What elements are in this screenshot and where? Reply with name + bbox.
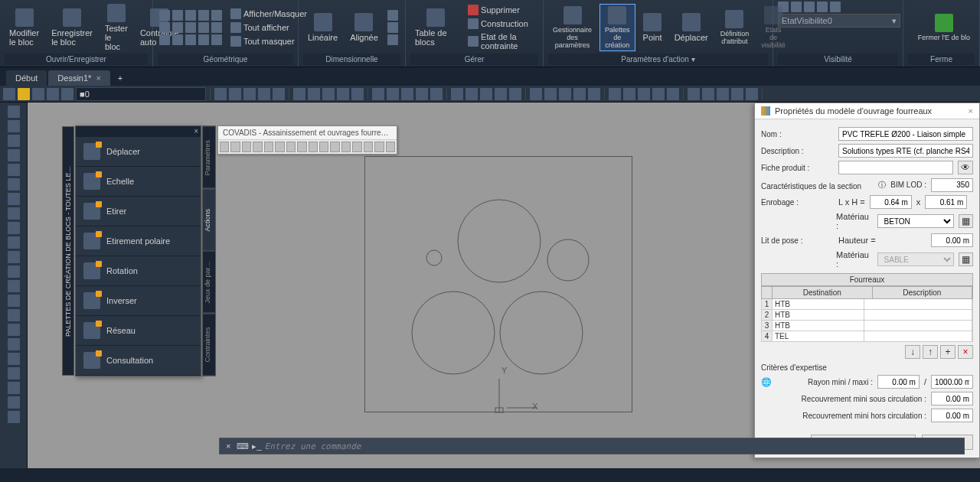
btn-enregistrer-bloc[interactable]: Enregistrer le bloc xyxy=(47,7,97,48)
btn-modifier-bloc[interactable]: Modifier le bloc xyxy=(5,7,44,48)
palette-item[interactable]: Etirer xyxy=(76,197,201,226)
close-icon[interactable]: × xyxy=(969,106,973,116)
draw-tool-icon[interactable] xyxy=(8,251,20,263)
visibility-state-combo[interactable]: EtatVisibilite0▾ xyxy=(778,14,900,28)
btn-tout-afficher[interactable]: Tout afficher xyxy=(228,21,309,34)
toolbar-icon[interactable] xyxy=(387,88,399,100)
covadis-icon[interactable] xyxy=(275,142,284,152)
toolbar-icon[interactable] xyxy=(480,88,492,100)
pick-icon[interactable]: ▦ xyxy=(959,214,973,228)
draw-tool-icon[interactable] xyxy=(8,178,20,191)
close-icon[interactable]: × xyxy=(96,73,100,83)
palette-item[interactable]: Echelle xyxy=(76,167,201,197)
command-line[interactable]: × ⌨ ▸_ Entrez une commande xyxy=(219,438,965,454)
hauteur-input[interactable] xyxy=(931,233,973,247)
draw-tool-icon[interactable] xyxy=(8,353,20,365)
toolbar-icon[interactable] xyxy=(337,88,349,100)
covadis-icon[interactable] xyxy=(230,142,240,152)
draw-tool-icon[interactable] xyxy=(8,324,20,336)
btn-deplacer[interactable]: Déplacer xyxy=(670,11,713,44)
bimlod-input[interactable] xyxy=(931,178,973,192)
command-input[interactable]: Entrez une commande xyxy=(265,441,961,451)
move-down-button[interactable]: ↓ xyxy=(905,345,920,359)
covadis-icon[interactable] xyxy=(330,142,339,152)
toolbar-icon[interactable] xyxy=(322,88,335,100)
palette-tab-jeux[interactable]: Jeux de par… xyxy=(202,251,216,314)
palette-item[interactable]: Réseau xyxy=(76,316,201,346)
toolbar-icon[interactable] xyxy=(430,88,443,100)
btn-palettes-creation[interactable]: Palettes de création xyxy=(599,4,635,51)
toolbar-icon[interactable] xyxy=(308,88,320,100)
toolbar-icon[interactable] xyxy=(243,88,256,100)
palette-item[interactable]: Déplacer xyxy=(76,137,201,167)
tab-add-button[interactable]: + xyxy=(112,70,129,86)
covadis-icon[interactable] xyxy=(319,142,328,152)
height-input[interactable] xyxy=(925,195,967,209)
table-row[interactable]: 3HTB xyxy=(761,321,973,331)
tool-icon[interactable] xyxy=(32,88,44,100)
toolbar-icon[interactable] xyxy=(667,88,679,100)
draw-tool-icon[interactable] xyxy=(8,222,20,234)
covadis-icon[interactable] xyxy=(341,142,351,152)
draw-tool-icon[interactable] xyxy=(8,309,20,321)
toolbar-icon[interactable] xyxy=(688,88,700,100)
covadis-icon[interactable] xyxy=(220,142,229,152)
rechc-input[interactable] xyxy=(931,409,973,422)
table-row[interactable]: 1HTB xyxy=(761,299,973,310)
table-row[interactable]: 2HTB xyxy=(761,310,973,321)
covadis-icon[interactable] xyxy=(297,142,306,152)
palette-item[interactable]: Etirement polaire xyxy=(76,226,201,256)
btn-lineaire[interactable]: Linéaire xyxy=(303,11,342,44)
toolbar-icon[interactable] xyxy=(638,88,650,100)
covadis-icon[interactable] xyxy=(386,142,395,152)
palette-item[interactable]: Rotation xyxy=(76,256,201,286)
add-row-button[interactable]: + xyxy=(940,345,956,359)
draw-tool-icon[interactable] xyxy=(8,135,20,147)
recsc-input[interactable] xyxy=(931,392,973,405)
palette-item[interactable]: Consultation xyxy=(76,346,201,376)
browse-icon[interactable]: 👁 xyxy=(958,161,973,174)
draw-tool-icon[interactable] xyxy=(8,367,20,379)
toolbar-icon[interactable] xyxy=(451,88,463,100)
draw-tool-icon[interactable] xyxy=(8,120,20,132)
toolbar-icon[interactable] xyxy=(623,88,635,100)
covadis-icon[interactable] xyxy=(242,142,251,152)
fiche-input[interactable] xyxy=(838,161,953,174)
toolbar-icon[interactable] xyxy=(273,88,285,100)
covadis-icon[interactable] xyxy=(364,142,373,152)
tool-icon[interactable] xyxy=(47,88,59,100)
toolbar-icon[interactable] xyxy=(495,88,507,100)
palette-tab-contraintes[interactable]: Contraintes xyxy=(202,314,216,376)
btn-alignee[interactable]: Alignée xyxy=(345,11,383,44)
draw-tool-icon[interactable] xyxy=(8,149,20,161)
covadis-icon[interactable] xyxy=(352,142,361,152)
layer-combo[interactable]: ■ 0 xyxy=(76,87,206,101)
btn-table-blocs[interactable]: Table de blocs xyxy=(410,7,461,48)
toolbar-icon[interactable] xyxy=(229,88,241,100)
draw-tool-icon[interactable] xyxy=(8,265,20,278)
toolbar-icon[interactable] xyxy=(702,88,714,100)
toolbar-icon[interactable] xyxy=(746,88,758,100)
draw-tool-icon[interactable] xyxy=(8,295,20,307)
rmax-input[interactable] xyxy=(931,375,973,389)
tab-debut[interactable]: Début xyxy=(6,70,47,86)
covadis-icon[interactable] xyxy=(374,142,384,152)
rmin-input[interactable] xyxy=(877,375,920,389)
btn-tout-masquer[interactable]: Tout masquer xyxy=(228,35,309,47)
tool-icon[interactable] xyxy=(61,88,74,100)
materiau-select[interactable]: BETON xyxy=(877,214,954,228)
btn-etat-contrainte[interactable]: Etat de la contrainte xyxy=(466,31,537,51)
toolbar-icon[interactable] xyxy=(559,88,571,100)
draw-tool-icon[interactable] xyxy=(8,382,20,394)
draw-tool-icon[interactable] xyxy=(8,280,20,292)
btn-point[interactable]: Point xyxy=(639,11,667,44)
toolbar-icon[interactable] xyxy=(293,88,305,100)
draw-tool-icon[interactable] xyxy=(8,106,20,118)
covadis-icon[interactable] xyxy=(264,142,273,152)
draw-tool-icon[interactable] xyxy=(8,411,20,423)
covadis-icon[interactable] xyxy=(309,142,318,152)
drawing-canvas[interactable]: PALETTES DE CRÉATION DE BLOCS - TOUTES L… xyxy=(28,103,980,468)
toolbar-icon[interactable] xyxy=(214,88,227,100)
toolbar-icon[interactable] xyxy=(401,88,413,100)
palette-item[interactable]: Inverser xyxy=(76,286,201,316)
